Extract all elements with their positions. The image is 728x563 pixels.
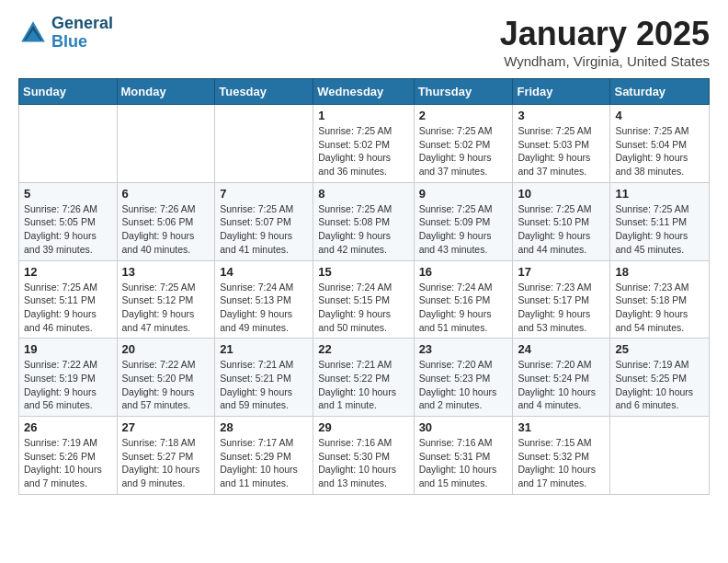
calendar-day-25: 25Sunrise: 7:19 AM Sunset: 5:25 PM Dayli… [610, 339, 710, 417]
day-number: 13 [122, 265, 210, 279]
day-number: 28 [220, 420, 308, 434]
day-number: 16 [419, 265, 508, 279]
day-info: Sunrise: 7:22 AM Sunset: 5:20 PM Dayligh… [122, 358, 210, 412]
day-number: 1 [318, 109, 408, 122]
day-info: Sunrise: 7:25 AM Sunset: 5:12 PM Dayligh… [122, 281, 210, 335]
calendar-empty [19, 105, 118, 183]
logo-text: General Blue [51, 15, 113, 52]
day-info: Sunrise: 7:23 AM Sunset: 5:17 PM Dayligh… [518, 281, 605, 335]
calendar-day-31: 31Sunrise: 7:15 AM Sunset: 5:32 PM Dayli… [513, 417, 610, 495]
calendar-week-row: 1Sunrise: 7:25 AM Sunset: 5:02 PM Daylig… [19, 105, 710, 183]
day-number: 15 [318, 265, 408, 279]
day-info: Sunrise: 7:15 AM Sunset: 5:32 PM Dayligh… [518, 436, 605, 490]
calendar-empty [117, 105, 215, 183]
day-number: 30 [419, 420, 508, 434]
day-info: Sunrise: 7:25 AM Sunset: 5:09 PM Dayligh… [419, 202, 508, 257]
calendar-day-17: 17Sunrise: 7:23 AM Sunset: 5:17 PM Dayli… [513, 260, 610, 339]
calendar-day-4: 4Sunrise: 7:25 AM Sunset: 5:04 PM Daylig… [610, 105, 710, 183]
day-number: 20 [122, 342, 210, 356]
day-number: 29 [318, 420, 408, 434]
calendar-day-1: 1Sunrise: 7:25 AM Sunset: 5:02 PM Daylig… [313, 105, 414, 183]
calendar-day-19: 19Sunrise: 7:22 AM Sunset: 5:19 PM Dayli… [19, 339, 118, 417]
day-info: Sunrise: 7:24 AM Sunset: 5:16 PM Dayligh… [419, 281, 508, 335]
day-number: 14 [220, 265, 308, 279]
day-info: Sunrise: 7:25 AM Sunset: 5:08 PM Dayligh… [318, 202, 408, 257]
calendar-week-row: 5Sunrise: 7:26 AM Sunset: 5:05 PM Daylig… [19, 182, 710, 260]
day-number: 25 [615, 342, 704, 356]
day-info: Sunrise: 7:16 AM Sunset: 5:31 PM Dayligh… [419, 436, 508, 490]
calendar-day-13: 13Sunrise: 7:25 AM Sunset: 5:12 PM Dayli… [117, 260, 215, 339]
day-info: Sunrise: 7:20 AM Sunset: 5:24 PM Dayligh… [518, 358, 605, 412]
day-info: Sunrise: 7:22 AM Sunset: 5:19 PM Dayligh… [24, 358, 112, 412]
day-number: 18 [615, 265, 704, 279]
day-number: 21 [220, 342, 308, 356]
logo: General Blue [18, 15, 113, 52]
day-number: 26 [24, 420, 112, 434]
calendar-day-23: 23Sunrise: 7:20 AM Sunset: 5:23 PM Dayli… [414, 339, 513, 417]
calendar-day-26: 26Sunrise: 7:19 AM Sunset: 5:26 PM Dayli… [19, 417, 118, 495]
calendar-day-30: 30Sunrise: 7:16 AM Sunset: 5:31 PM Dayli… [414, 417, 513, 495]
calendar-day-21: 21Sunrise: 7:21 AM Sunset: 5:21 PM Dayli… [215, 339, 313, 417]
weekday-header-monday: Monday [117, 79, 215, 105]
day-info: Sunrise: 7:19 AM Sunset: 5:26 PM Dayligh… [24, 436, 112, 490]
page-header: General Blue January 2025 Wyndham, Virgi… [18, 15, 710, 69]
day-info: Sunrise: 7:18 AM Sunset: 5:27 PM Dayligh… [122, 436, 210, 490]
day-info: Sunrise: 7:21 AM Sunset: 5:21 PM Dayligh… [220, 358, 308, 412]
weekday-header-friday: Friday [513, 79, 610, 105]
calendar-week-row: 26Sunrise: 7:19 AM Sunset: 5:26 PM Dayli… [19, 417, 710, 495]
day-number: 23 [419, 342, 508, 356]
day-info: Sunrise: 7:25 AM Sunset: 5:02 PM Dayligh… [419, 124, 508, 178]
day-info: Sunrise: 7:25 AM Sunset: 5:11 PM Dayligh… [24, 281, 112, 335]
calendar-week-row: 12Sunrise: 7:25 AM Sunset: 5:11 PM Dayli… [19, 260, 710, 339]
month-title: January 2025 [500, 15, 710, 53]
calendar-day-22: 22Sunrise: 7:21 AM Sunset: 5:22 PM Dayli… [313, 339, 414, 417]
weekday-header-sunday: Sunday [19, 79, 118, 105]
calendar-day-27: 27Sunrise: 7:18 AM Sunset: 5:27 PM Dayli… [117, 417, 215, 495]
calendar-day-29: 29Sunrise: 7:16 AM Sunset: 5:30 PM Dayli… [313, 417, 414, 495]
day-info: Sunrise: 7:26 AM Sunset: 5:06 PM Dayligh… [122, 202, 210, 257]
calendar-day-7: 7Sunrise: 7:25 AM Sunset: 5:07 PM Daylig… [215, 182, 313, 260]
day-number: 12 [24, 265, 112, 279]
calendar-table: SundayMondayTuesdayWednesdayThursdayFrid… [18, 78, 710, 495]
weekday-header-tuesday: Tuesday [215, 79, 313, 105]
day-info: Sunrise: 7:19 AM Sunset: 5:25 PM Dayligh… [615, 358, 704, 412]
calendar-header-row: SundayMondayTuesdayWednesdayThursdayFrid… [19, 79, 710, 105]
calendar-day-14: 14Sunrise: 7:24 AM Sunset: 5:13 PM Dayli… [215, 260, 313, 339]
day-info: Sunrise: 7:25 AM Sunset: 5:10 PM Dayligh… [518, 202, 605, 257]
day-number: 9 [419, 187, 508, 201]
day-number: 27 [122, 420, 210, 434]
day-number: 31 [518, 420, 605, 434]
day-number: 10 [518, 187, 605, 201]
calendar-day-12: 12Sunrise: 7:25 AM Sunset: 5:11 PM Dayli… [19, 260, 118, 339]
day-info: Sunrise: 7:25 AM Sunset: 5:02 PM Dayligh… [318, 124, 408, 178]
calendar-empty [215, 105, 313, 183]
day-number: 3 [518, 109, 605, 122]
day-number: 22 [318, 342, 408, 356]
day-info: Sunrise: 7:25 AM Sunset: 5:11 PM Dayligh… [615, 202, 704, 257]
calendar-day-24: 24Sunrise: 7:20 AM Sunset: 5:24 PM Dayli… [513, 339, 610, 417]
day-number: 5 [24, 187, 112, 201]
day-info: Sunrise: 7:21 AM Sunset: 5:22 PM Dayligh… [318, 358, 408, 412]
calendar-week-row: 19Sunrise: 7:22 AM Sunset: 5:19 PM Dayli… [19, 339, 710, 417]
calendar-day-5: 5Sunrise: 7:26 AM Sunset: 5:05 PM Daylig… [19, 182, 118, 260]
day-info: Sunrise: 7:25 AM Sunset: 5:07 PM Dayligh… [220, 202, 308, 257]
day-number: 24 [518, 342, 605, 356]
day-number: 6 [122, 187, 210, 201]
day-info: Sunrise: 7:23 AM Sunset: 5:18 PM Dayligh… [615, 281, 704, 335]
day-info: Sunrise: 7:24 AM Sunset: 5:15 PM Dayligh… [318, 281, 408, 335]
day-number: 17 [518, 265, 605, 279]
weekday-header-wednesday: Wednesday [313, 79, 414, 105]
calendar-day-10: 10Sunrise: 7:25 AM Sunset: 5:10 PM Dayli… [513, 182, 610, 260]
calendar-day-11: 11Sunrise: 7:25 AM Sunset: 5:11 PM Dayli… [610, 182, 710, 260]
calendar-day-8: 8Sunrise: 7:25 AM Sunset: 5:08 PM Daylig… [313, 182, 414, 260]
weekday-header-saturday: Saturday [610, 79, 710, 105]
day-number: 7 [220, 187, 308, 201]
calendar-day-9: 9Sunrise: 7:25 AM Sunset: 5:09 PM Daylig… [414, 182, 513, 260]
day-number: 19 [24, 342, 112, 356]
calendar-day-18: 18Sunrise: 7:23 AM Sunset: 5:18 PM Dayli… [610, 260, 710, 339]
calendar-day-2: 2Sunrise: 7:25 AM Sunset: 5:02 PM Daylig… [414, 105, 513, 183]
calendar-day-28: 28Sunrise: 7:17 AM Sunset: 5:29 PM Dayli… [215, 417, 313, 495]
day-number: 11 [615, 187, 704, 201]
calendar-day-16: 16Sunrise: 7:24 AM Sunset: 5:16 PM Dayli… [414, 260, 513, 339]
day-number: 2 [419, 109, 508, 122]
